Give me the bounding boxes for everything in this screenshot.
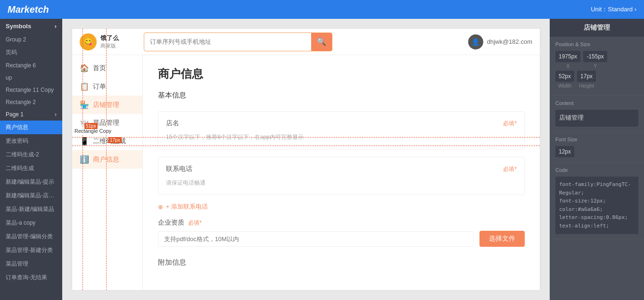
search-button[interactable]: 🔍 (311, 33, 332, 51)
shop-name-label: 店名 (166, 119, 179, 128)
rp-code-value: font-family:PingFangTC-Regular; font-siz… (555, 177, 638, 234)
unit-selector[interactable]: Unit：Standard › (591, 5, 636, 14)
sidebar-item-cainew[interactable]: 菜品管理-新建分类 (0, 243, 62, 257)
sidebar-item-change[interactable]: 更改密码 (0, 134, 62, 148)
search-input[interactable] (144, 34, 311, 49)
sidebar-item-newitem1[interactable]: 新建/编辑菜品-提示 (0, 175, 62, 189)
sidebar-item-rect11copy[interactable]: Rectangle 11 Copy (0, 84, 62, 96)
merchant-icon: ℹ️ (80, 155, 89, 164)
sidebar-item-rect6[interactable]: Rectangle 6 (0, 59, 62, 72)
app-logo-icon: 😋 (80, 33, 97, 50)
phone-group: 联系电话 必填* 请保证电话畅通 (158, 157, 525, 195)
rp-content-section: Content 店铺管理 (550, 96, 644, 132)
rp-x-value[interactable]: 1975px (555, 51, 580, 62)
file-input[interactable] (158, 231, 474, 247)
sidebar-symbols-header: Symbols › (0, 19, 62, 33)
rp-code-section: Code font-family:PingFangTC-Regular; fon… (550, 162, 644, 239)
sidebar-item-acopy[interactable]: 菜品-a copy (0, 216, 62, 230)
nav-item-home[interactable]: 🏠 首页 (72, 59, 142, 77)
app-logo-area: 😋 饿了么 商家版 (80, 33, 136, 50)
nav-item-qrcode[interactable]: 📱 二维码生成 (72, 132, 142, 150)
rp-h-label: Height (577, 83, 596, 89)
sidebar-item-group2[interactable]: Group 2 (0, 33, 62, 46)
rp-h-value[interactable]: 17px (577, 71, 596, 82)
rp-title: 店铺管理 (550, 19, 644, 37)
file-row: 选择文件 (158, 231, 525, 247)
add-phone-icon: ⊕ (158, 203, 163, 211)
menu-icon: 🍽 (80, 119, 89, 127)
enterprise-label: 企业资质 (158, 219, 184, 227)
app-nav: 🏠 首页 📋 订单 🏪 店铺管理 🍽 菜品管理 (72, 55, 143, 290)
sidebar: Symbols › Group 2 页码 Rectangle 6 up Rect… (0, 19, 62, 300)
rp-xy-row: 1975px X -155px Y (555, 51, 638, 69)
page-title: 商户信息 (158, 66, 525, 81)
nav-item-merchant[interactable]: ℹ️ 商户信息 (72, 150, 142, 169)
nav-item-order[interactable]: 📋 订单 (72, 77, 142, 96)
shop-name-hint: 15个汉字以下，推荐8个汉字以下，在app内可完整显示 (166, 133, 517, 141)
sidebar-item-rect2[interactable]: Rectangle 2 (0, 96, 62, 108)
sidebar-item-caiman[interactable]: 菜品管理-编辑分类 (0, 230, 62, 243)
add-phone-label: + 添加联系电话 (166, 203, 208, 211)
rp-content-label: Content (555, 100, 638, 106)
sidebar-item-page[interactable]: 页码 (0, 46, 62, 59)
sidebar-item-up[interactable]: up (0, 72, 62, 84)
enterprise-section: 企业资质 必填* 选择文件 (158, 219, 525, 247)
rp-x-label: X (555, 63, 580, 69)
phone-header: 联系电话 必填* (166, 165, 517, 173)
sidebar-item-order[interactable]: 订单查询-无结果 (0, 271, 62, 284)
rp-position-size: Position & Size 1975px X -155px Y 52px W… (550, 37, 644, 96)
rp-pos-size-label: Position & Size (555, 41, 638, 47)
rp-code-label: Code (555, 167, 638, 173)
sidebar-item-newitem3[interactable]: 菜品-新建/编辑菜品 (0, 203, 62, 216)
enterprise-header: 企业资质 必填* (158, 219, 525, 227)
app-frame: 51px 17px Rectangle Copy 😋 饿了么 商家版 (72, 28, 540, 291)
order-icon: 📋 (80, 82, 89, 91)
next-section-title: 附加信息 (158, 258, 525, 267)
rp-y-value[interactable]: -155px (583, 51, 607, 62)
enterprise-required: 必填* (188, 219, 202, 227)
home-icon: 🏠 (80, 64, 89, 73)
nav-item-store[interactable]: 🏪 店铺管理 (72, 96, 142, 114)
app-logo-text: 饿了么 商家版 (100, 34, 119, 49)
store-icon: 🏪 (80, 100, 89, 109)
app-body: 🏠 首页 📋 订单 🏪 店铺管理 🍽 菜品管理 (72, 55, 540, 290)
rp-y-label: Y (583, 63, 607, 69)
rp-fontsize-section: Font Size 12px (550, 132, 644, 162)
shop-name-header: 店名 必填* (166, 119, 517, 128)
sidebar-item-page1[interactable]: Page 1 › (0, 108, 62, 121)
qrcode-icon: 📱 (80, 137, 89, 146)
nav-item-menu[interactable]: 🍽 菜品管理 (72, 114, 142, 132)
phone-label: 联系电话 (166, 165, 192, 173)
rp-fontsize-label: Font Size (555, 137, 638, 142)
right-panel: 店铺管理 Position & Size 1975px X -155px Y 5… (550, 19, 644, 300)
rp-content-value[interactable]: 店铺管理 (555, 110, 638, 127)
rp-wh-row: 52px Width 17px Height (555, 71, 638, 89)
user-email: dhjwk@182.com (487, 38, 532, 45)
sidebar-item-qrcode[interactable]: 二维码生成 (0, 162, 62, 175)
rp-w-label: Width (555, 83, 574, 89)
shop-name-required: 必填* (503, 120, 517, 128)
app-logo: Marketch (8, 4, 49, 15)
app-search-box[interactable]: 🔍 (144, 32, 332, 51)
topbar: Marketch Unit：Standard › (0, 0, 644, 19)
sidebar-item-shang[interactable]: 商户信息 (0, 121, 62, 134)
avatar: 👤 (468, 34, 483, 49)
phone-hint: 请保证电话畅通 (166, 179, 517, 187)
sidebar-item-caiman2[interactable]: 菜品管理 (0, 257, 62, 271)
file-select-button[interactable]: 选择文件 (479, 231, 525, 247)
rp-fontsize-value[interactable]: 12px (555, 146, 574, 157)
app-main-content: 商户信息 基本信息 店名 必填* 15个汉字以下，推荐8个汉字以下，在app内可… (143, 55, 540, 290)
sidebar-item-qrcode2[interactable]: 二维码生成-2 (0, 148, 62, 162)
app-header: 😋 饿了么 商家版 🔍 👤 dhjwk@182.com (72, 29, 540, 55)
add-phone-button[interactable]: ⊕ + 添加联系电话 (158, 203, 525, 211)
sidebar-item-newitem2[interactable]: 新建/编辑菜品-店内... (0, 189, 62, 203)
section-title-basic: 基本信息 (158, 91, 525, 104)
canvas-area: 51px 17px Rectangle Copy 😋 饿了么 商家版 (62, 19, 550, 300)
phone-required: 必填* (503, 165, 517, 173)
shop-name-group: 店名 必填* 15个汉字以下，推荐8个汉字以下，在app内可完整显示 (158, 111, 525, 149)
rp-w-value[interactable]: 52px (555, 71, 574, 82)
main-layout: Symbols › Group 2 页码 Rectangle 6 up Rect… (0, 19, 644, 300)
app-user-area: 👤 dhjwk@182.com (468, 34, 532, 49)
